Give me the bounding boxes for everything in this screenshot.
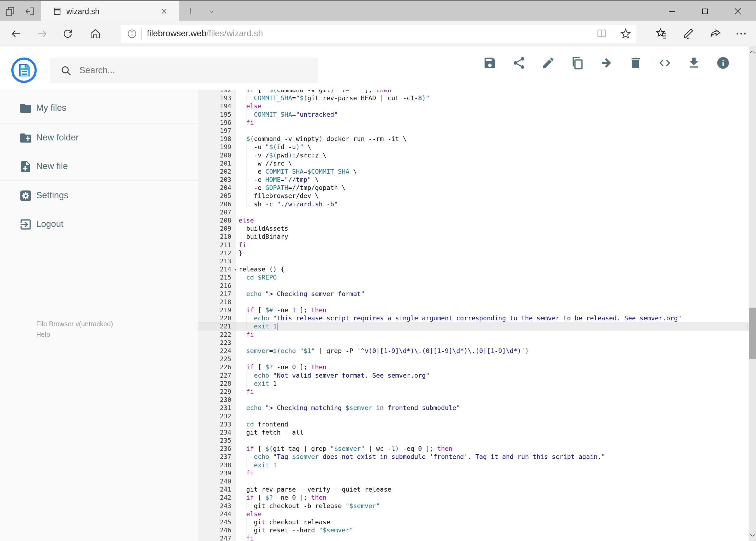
line-number[interactable]: 200 (198, 151, 236, 159)
line-number[interactable]: 204 (198, 184, 236, 192)
line-number[interactable]: 246 (198, 526, 236, 534)
line-number[interactable]: 206 (198, 200, 236, 208)
line-number[interactable]: 241 (198, 485, 236, 493)
code-line[interactable]: filebrowser/dev \ (236, 192, 749, 200)
line-number[interactable]: 192 (198, 90, 236, 94)
code-line[interactable]: if [ $(git tag | grep "$semver" | wc -l)… (236, 445, 749, 453)
active-tab[interactable]: wizard.sh (41, 1, 179, 22)
code-line[interactable]: -e HOME="//tmp" \ (236, 176, 749, 184)
code-line[interactable] (236, 412, 749, 420)
scroll-up-icon[interactable] (749, 47, 756, 56)
line-number[interactable]: 197 (198, 127, 236, 135)
code-line[interactable] (236, 477, 749, 485)
line-number[interactable]: 207 (198, 208, 236, 216)
line-number[interactable]: 230 (198, 396, 236, 404)
code-line[interactable]: echo "Not valid semver format. See semve… (236, 371, 749, 379)
sidebar-item-settings[interactable]: Settings (0, 188, 198, 204)
code-line[interactable]: fi (236, 241, 749, 249)
code-line[interactable]: git fetch --all (236, 428, 749, 436)
line-number[interactable]: 196 (198, 119, 236, 127)
line-number[interactable]: 242 (198, 493, 236, 502)
favorite-star-icon[interactable] (620, 28, 631, 40)
code-line[interactable] (236, 257, 749, 265)
line-number[interactable]: 224 (198, 347, 236, 355)
line-number[interactable]: 233 (198, 420, 236, 428)
line-number[interactable]: 214▾ (198, 265, 236, 273)
code-editor[interactable]: 1921931941951961971981992002012022032042… (198, 90, 749, 541)
minimize-button[interactable] (666, 5, 678, 17)
home-icon[interactable] (89, 28, 102, 40)
line-number[interactable]: 209 (198, 225, 236, 233)
code-line[interactable]: echo "> Checking matching $semver in fro… (236, 404, 749, 412)
line-number[interactable]: 222 (198, 330, 236, 339)
line-number[interactable]: 235 (198, 436, 236, 445)
line-number[interactable]: 234 (198, 428, 236, 436)
code-line[interactable]: git rev-parse --verify --quiet release (236, 485, 749, 493)
line-number[interactable]: 216 (198, 282, 236, 290)
line-number[interactable]: 205 (198, 192, 236, 200)
code-line[interactable]: } (236, 249, 749, 257)
code-line[interactable]: exit 1 (236, 379, 749, 387)
back-icon[interactable] (10, 28, 22, 40)
reading-view-icon[interactable] (596, 28, 607, 39)
code-line[interactable]: if [ $? -ne 0 ]; then (236, 363, 749, 371)
code-line[interactable]: -e GOPATH=//tmp/gopath \ (236, 184, 749, 192)
code-line[interactable]: echo "This release script requires a sin… (236, 314, 749, 322)
line-number[interactable]: 245 (198, 518, 236, 526)
line-number[interactable]: 210 (198, 233, 236, 241)
code-line[interactable]: -e COMMIT_SHA=$COMMIT_SHA \ (236, 168, 749, 176)
search-box[interactable]: Search... (50, 58, 318, 83)
line-number[interactable]: 203 (198, 176, 236, 184)
line-number[interactable]: 236 (198, 445, 236, 453)
tab-close-icon[interactable] (160, 7, 168, 16)
copy-icon[interactable] (570, 56, 584, 70)
code-line[interactable]: COMMIT_SHA="$(git rev-parse HEAD | cut -… (236, 94, 749, 102)
line-number[interactable]: 223 (198, 339, 236, 347)
line-number[interactable]: 243 (198, 502, 236, 510)
ink-annotate-icon[interactable] (682, 27, 695, 40)
code-line[interactable]: else (236, 216, 749, 225)
share-icon[interactable] (512, 56, 526, 70)
code-line[interactable]: -w //src \ (236, 159, 749, 168)
line-number[interactable]: 194 (198, 102, 236, 110)
code-line[interactable]: fi (236, 469, 749, 477)
code-line[interactable]: if [ $# -ne 1 ]; then (236, 306, 749, 314)
maximize-button[interactable] (699, 5, 711, 17)
address-input[interactable]: filebrowser.web/files/wizard.sh (121, 25, 636, 43)
code-line[interactable] (236, 127, 749, 135)
line-number[interactable]: 240 (198, 477, 236, 485)
line-number[interactable]: 202 (198, 168, 236, 176)
rename-icon[interactable] (541, 56, 555, 70)
code-line[interactable]: exit 1 (236, 322, 749, 330)
line-number[interactable]: 199 (198, 143, 236, 151)
forward-icon[interactable] (36, 28, 49, 40)
share-page-icon[interactable] (709, 27, 722, 40)
refresh-icon[interactable] (62, 28, 74, 40)
hub-favorites-icon[interactable] (655, 27, 668, 40)
line-number[interactable]: 244 (198, 510, 236, 518)
site-info-icon[interactable] (127, 29, 137, 39)
code-line[interactable]: else (236, 102, 749, 110)
code-line[interactable] (236, 282, 749, 290)
scroll-down-icon[interactable] (749, 531, 756, 540)
code-line[interactable]: git reset --hard "$semver" (236, 526, 749, 534)
line-number[interactable]: 215 (198, 273, 236, 281)
scrollbar-thumb[interactable] (749, 308, 756, 359)
line-number[interactable]: 232 (198, 412, 236, 420)
code-line[interactable]: fi (236, 534, 749, 541)
code-line[interactable]: if [ $? -ne 0 ]; then (236, 493, 749, 502)
code-line[interactable]: fi (236, 119, 749, 127)
code-line[interactable] (236, 436, 749, 445)
code-line[interactable]: -v /$(pwd):/src:z \ (236, 151, 749, 159)
line-number[interactable]: 195 (198, 111, 236, 119)
line-number[interactable]: 226 (198, 363, 236, 371)
vertical-scrollbar[interactable] (749, 46, 756, 541)
line-number[interactable]: 237 (198, 453, 236, 461)
code-line[interactable] (236, 339, 749, 347)
code-line[interactable]: release () { (236, 265, 749, 273)
code-line[interactable] (236, 355, 749, 363)
line-number[interactable]: 238 (198, 461, 236, 469)
line-number[interactable]: 247 (198, 534, 236, 541)
code-line[interactable]: exit 1 (236, 461, 749, 469)
help-link[interactable]: Help (36, 329, 113, 340)
